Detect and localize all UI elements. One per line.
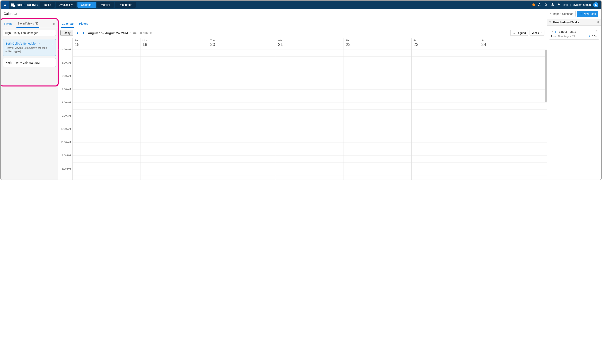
panel-collapse-button[interactable]	[596, 21, 599, 24]
hour-cell[interactable]	[73, 63, 140, 76]
view-menu-button[interactable]	[50, 60, 54, 65]
hour-cell[interactable]	[479, 116, 547, 129]
hour-cell[interactable]	[73, 142, 140, 156]
today-button[interactable]: Today	[60, 30, 73, 36]
calendar-tab-calendar[interactable]: Calendar	[61, 21, 74, 28]
hour-cell[interactable]	[73, 156, 140, 169]
back-button[interactable]	[1, 1, 9, 9]
hour-cell[interactable]	[412, 63, 479, 76]
hour-cell[interactable]	[276, 89, 344, 103]
grid-scrollbar[interactable]	[545, 50, 547, 102]
hour-cell[interactable]	[140, 116, 208, 129]
day-column[interactable]: Fri23	[411, 38, 479, 180]
sidebar-tab-filters[interactable]: Filters	[3, 21, 13, 28]
day-column[interactable]: Wed21	[276, 38, 344, 180]
hour-cell[interactable]	[479, 50, 547, 63]
hour-cell[interactable]	[344, 76, 411, 89]
hour-cell[interactable]	[412, 129, 479, 142]
help-button[interactable]: ?	[550, 3, 554, 7]
hour-cell[interactable]	[344, 103, 411, 116]
day-column[interactable]: Thu22	[344, 38, 411, 180]
hour-cell[interactable]	[344, 116, 411, 129]
hour-cell[interactable]	[276, 63, 344, 76]
hour-cell[interactable]	[140, 63, 208, 76]
hour-cell[interactable]	[276, 103, 344, 116]
filter-select[interactable]: High Priority Lab Manager	[3, 30, 56, 36]
nav-tab-monitor[interactable]: Monitor	[97, 2, 114, 8]
hour-cell[interactable]	[73, 116, 140, 129]
sidebar-collapse-button[interactable]	[53, 22, 56, 26]
hour-cell[interactable]	[208, 156, 276, 169]
import-calendar-button[interactable]: Import calendar	[547, 11, 575, 17]
hour-cell[interactable]	[73, 76, 140, 89]
saved-view-card-high-priority[interactable]: High Priority Lab Manager	[3, 58, 56, 67]
saved-view-card-beth[interactable]: Beth Colby's Schedule Filter for viewing…	[3, 39, 56, 56]
hour-cell[interactable]	[344, 63, 411, 76]
nav-tab-calendar[interactable]: Calendar	[77, 2, 96, 8]
hour-cell[interactable]	[344, 169, 411, 180]
day-column[interactable]: Sat24	[479, 38, 547, 180]
hour-cell[interactable]	[73, 103, 140, 116]
hour-cell[interactable]	[479, 129, 547, 142]
hour-cell[interactable]	[344, 89, 411, 103]
legend-button[interactable]: Legend	[510, 30, 528, 36]
hour-cell[interactable]	[479, 169, 547, 180]
hour-cell[interactable]	[276, 156, 344, 169]
view-mode-select[interactable]: Week	[529, 30, 544, 36]
view-menu-button[interactable]	[50, 41, 54, 46]
hour-cell[interactable]	[479, 103, 547, 116]
hour-cell[interactable]	[208, 89, 276, 103]
hour-cell[interactable]	[140, 76, 208, 89]
hour-cell[interactable]	[276, 76, 344, 89]
unscheduled-task-card[interactable]: Linear Test 1 Low Due August 27 4 6.5h	[549, 28, 599, 40]
hour-cell[interactable]	[344, 142, 411, 156]
hour-cell[interactable]	[140, 142, 208, 156]
nav-tab-resources[interactable]: Resources	[115, 2, 136, 8]
hour-cell[interactable]	[412, 156, 479, 169]
hour-cell[interactable]	[208, 129, 276, 142]
globe-button[interactable]	[538, 3, 542, 7]
next-week-button[interactable]	[81, 31, 86, 35]
hour-cell[interactable]	[276, 116, 344, 129]
hour-cell[interactable]	[479, 89, 547, 103]
hour-cell[interactable]	[276, 142, 344, 156]
hour-cell[interactable]	[276, 50, 344, 63]
day-column[interactable]: Tue20	[208, 38, 276, 180]
hour-cell[interactable]	[73, 50, 140, 63]
hour-cell[interactable]	[412, 103, 479, 116]
prev-week-button[interactable]	[75, 31, 80, 35]
nav-tab-availability[interactable]: Availability	[56, 2, 76, 8]
hour-cell[interactable]	[276, 169, 344, 180]
hour-cell[interactable]	[412, 76, 479, 89]
hour-cell[interactable]	[140, 156, 208, 169]
hour-cell[interactable]	[344, 129, 411, 142]
hour-cell[interactable]	[208, 103, 276, 116]
nav-tab-tasks[interactable]: Tasks	[40, 2, 54, 8]
calendar-tab-history[interactable]: History	[79, 21, 89, 28]
hour-cell[interactable]	[479, 76, 547, 89]
hour-cell[interactable]	[479, 142, 547, 156]
search-button[interactable]	[544, 3, 548, 7]
day-column[interactable]: Sun18	[73, 38, 140, 180]
new-task-button[interactable]: New Task	[577, 11, 598, 17]
hour-cell[interactable]	[208, 76, 276, 89]
hour-cell[interactable]	[73, 89, 140, 103]
hour-cell[interactable]	[412, 89, 479, 103]
sidebar-tab-saved-views[interactable]: Saved Views (2)	[16, 20, 39, 28]
day-column[interactable]: Mon19	[140, 38, 208, 180]
hour-cell[interactable]	[208, 169, 276, 180]
hour-cell[interactable]	[412, 116, 479, 129]
calendar-grid[interactable]: 4:00 AM5:00 AM6:00 AM7:00 AM8:00 AM9:00 …	[58, 38, 547, 180]
user-avatar[interactable]	[593, 2, 598, 7]
hour-cell[interactable]	[412, 169, 479, 180]
hour-cell[interactable]	[140, 103, 208, 116]
hour-cell[interactable]	[344, 156, 411, 169]
hour-cell[interactable]	[140, 129, 208, 142]
hour-cell[interactable]	[276, 129, 344, 142]
status-indicator[interactable]	[532, 3, 535, 6]
hour-cell[interactable]	[73, 129, 140, 142]
hour-cell[interactable]	[208, 142, 276, 156]
hour-cell[interactable]	[208, 50, 276, 63]
date-range-picker[interactable]: August 18 - August 24, 2024	[88, 31, 131, 35]
hour-cell[interactable]	[479, 63, 547, 76]
